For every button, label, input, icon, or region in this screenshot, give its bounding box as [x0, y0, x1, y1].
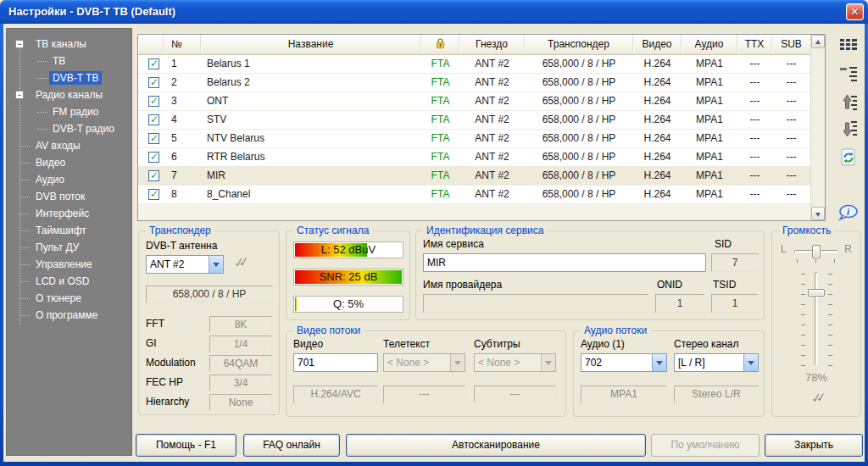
channel-checkbox[interactable]	[148, 58, 159, 69]
cell-ttx: ---	[737, 55, 772, 73]
table-scrollbar[interactable]	[810, 35, 825, 220]
table-row[interactable]: 2Belarus 2FTAANT #2658,000 / 8 / HPH.264…	[138, 74, 810, 92]
antenna-combobox[interactable]: ANT #2	[146, 255, 224, 274]
table-row[interactable]: 3ONTFTAANT #2658,000 / 8 / HPH.264MPA1--…	[138, 92, 810, 111]
teletext-combobox: < None >	[383, 353, 465, 372]
sidebar-item[interactable]: Пульт ДУ	[7, 239, 131, 256]
header-socket[interactable]: Гнездо	[459, 35, 525, 55]
channel-checkbox[interactable]	[148, 152, 159, 163]
channel-checkbox[interactable]	[148, 170, 159, 181]
cell-socket: ANT #2	[459, 130, 525, 147]
sidebar-item[interactable]: Видео	[7, 154, 131, 171]
sidebar-item[interactable]: Интерфейс	[7, 205, 131, 222]
cell-video: H.264	[633, 130, 682, 147]
apply-check-icon[interactable]: ✓✓	[233, 254, 245, 270]
renumber-icon[interactable]	[837, 64, 860, 84]
close-button[interactable]: ✕	[846, 3, 864, 20]
channel-checkbox[interactable]	[148, 189, 159, 200]
header-transponder[interactable]: Транспондер	[525, 35, 633, 55]
sidebar-item[interactable]: LCD и OSD	[7, 273, 131, 290]
cell-num: 4	[164, 111, 201, 129]
chevron-down-icon[interactable]	[652, 354, 666, 371]
sidebar-item[interactable]: Управление	[7, 256, 131, 273]
stereo-combobox[interactable]: [L / R]	[674, 353, 759, 372]
volume-slider[interactable]	[815, 272, 818, 365]
sidebar-item[interactable]: DVB-T радио	[7, 120, 131, 137]
header-video[interactable]: Видео	[633, 35, 682, 55]
table-row[interactable]: 6RTR BelarusFTAANT #2658,000 / 8 / HPH.2…	[138, 148, 810, 167]
gi-label: GI	[146, 337, 157, 349]
channel-list-icon[interactable]	[837, 36, 860, 56]
header-num[interactable]: №	[164, 35, 201, 55]
chevron-down-icon[interactable]	[743, 354, 758, 371]
cell-fta: FTA	[421, 92, 459, 110]
sidebar-item[interactable]: Аудио	[7, 171, 131, 188]
channel-checkbox[interactable]	[148, 77, 159, 88]
chevron-down-icon[interactable]	[209, 256, 223, 273]
sidebar-item[interactable]: −Радио каналы	[7, 86, 131, 103]
help-button[interactable]: Помощь - F1	[136, 434, 236, 457]
cell-name: Belarus 1	[201, 55, 421, 73]
table-row[interactable]: 88_ChanelFTAANT #2658,000 / 8 / HPH.264M…	[138, 186, 810, 204]
audio-codec-field: MPA1	[581, 386, 667, 403]
sidebar-item[interactable]: AV входы	[7, 137, 131, 154]
channel-checkbox[interactable]	[148, 96, 159, 107]
checkbox-cell	[138, 167, 164, 185]
settings-window: Настройки - DVB-T ТВ (Default) ✕ −ТВ кан…	[0, 0, 868, 466]
scroll-down-icon[interactable]	[811, 207, 825, 220]
table-row[interactable]: 5NTV BelarusFTAANT #2658,000 / 8 / HPH.2…	[138, 130, 810, 148]
sidebar-item[interactable]: DVB поток	[7, 188, 131, 205]
move-up-icon[interactable]	[837, 92, 860, 112]
subtitles-info-field: ---	[474, 386, 556, 403]
header-lock[interactable]	[421, 35, 459, 55]
sidebar-item[interactable]: −ТВ каналы	[7, 36, 131, 53]
autoscan-button[interactable]: Автосканирование	[346, 434, 646, 457]
sidebar-item-label: Пульт ДУ	[32, 241, 82, 254]
table-row[interactable]: 4STVFTAANT #2658,000 / 8 / HPH.264MPA1--…	[138, 111, 810, 130]
audio-pid-combobox[interactable]: 702	[581, 353, 667, 372]
volume-slider-thumb[interactable]	[808, 289, 825, 297]
volume-apply-icon[interactable]: ✓✓	[810, 390, 822, 406]
cell-socket: ANT #2	[459, 167, 525, 185]
cell-fta: FTA	[421, 186, 459, 203]
scroll-up-icon[interactable]	[811, 35, 825, 48]
modulation-value: 64QAM	[209, 355, 272, 372]
channel-checkbox[interactable]	[148, 114, 159, 125]
table-row[interactable]: 1Belarus 1FTAANT #2658,000 / 8 / HPH.264…	[138, 55, 810, 74]
video-pid-input[interactable]: 701	[293, 353, 378, 372]
balance-slider-thumb[interactable]	[812, 245, 821, 258]
cell-name: STV	[201, 111, 421, 129]
cell-audio: MPA1	[682, 74, 737, 92]
sidebar-item[interactable]: DVB-T ТВ	[7, 69, 131, 86]
sidebar-item[interactable]: ТВ	[7, 53, 131, 69]
cell-transponder: 658,000 / 8 / HP	[525, 167, 633, 185]
service-name-input[interactable]: MIR	[423, 253, 706, 272]
sidebar-item-label: Интерфейс	[32, 207, 92, 220]
teletext-label: Телетекст	[383, 338, 430, 350]
collapse-icon[interactable]: −	[15, 91, 24, 99]
sidebar-item[interactable]: FM радио	[7, 103, 131, 120]
header-checkbox-col[interactable]	[138, 35, 164, 55]
provider-field	[423, 294, 648, 313]
channel-checkbox[interactable]	[148, 133, 159, 144]
header-sub[interactable]: SUB	[772, 35, 810, 55]
sidebar-item[interactable]: Таймшифт	[7, 222, 131, 239]
close-window-button[interactable]: Закрыть	[765, 434, 863, 457]
titlebar[interactable]: Настройки - DVB-T ТВ (Default) ✕	[0, 0, 868, 24]
collapse-icon[interactable]: −	[15, 40, 24, 48]
faq-button[interactable]: FAQ онлайн	[243, 434, 340, 457]
table-header: № Название Гнездо Транспондер Видео Ауди…	[138, 35, 810, 55]
header-ttx[interactable]: TTX	[737, 35, 772, 55]
move-down-icon[interactable]	[837, 119, 860, 140]
cell-num: 1	[164, 55, 201, 73]
header-audio[interactable]: Аудио	[682, 35, 737, 55]
cell-num: 5	[164, 130, 201, 147]
table-row[interactable]: 7MIRFTAANT #2658,000 / 8 / HPH.264MPA1--…	[138, 167, 810, 186]
refresh-icon[interactable]	[837, 147, 860, 168]
sidebar-item[interactable]: О программе	[7, 307, 131, 324]
info-icon[interactable]: i	[837, 202, 860, 223]
cell-sub: ---	[772, 186, 810, 203]
header-name[interactable]: Название	[201, 35, 421, 55]
sidebar-item[interactable]: О тюнере	[7, 290, 131, 307]
defaults-button: По умолчанию	[651, 434, 760, 457]
